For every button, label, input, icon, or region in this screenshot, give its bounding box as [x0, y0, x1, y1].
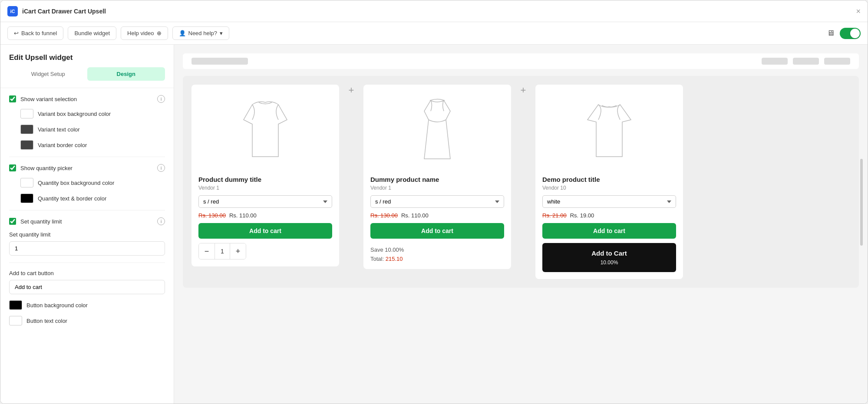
need-help-button[interactable]: 👤 Need help? ▾: [172, 26, 230, 40]
sidebar-tabs: Widget Setup Design: [0, 67, 174, 88]
variant-text-color-swatch[interactable]: [20, 125, 33, 134]
product-2-price-current: Rs. 110.00: [401, 212, 429, 219]
product-2-save-label: Save 10.00%: [370, 246, 504, 253]
toolbar: ↩ Back to funnel Bundle widget Help vide…: [0, 22, 868, 45]
product-1-quantity-controls: − 1 +: [198, 243, 246, 259]
show-quantity-row: Show quantity picker i: [9, 164, 165, 172]
show-variant-checkbox[interactable]: [9, 95, 16, 102]
product-2-savings: Save 10.00% Total: 215.10: [370, 246, 504, 262]
product-2-vendor: Vendor 1: [370, 185, 504, 191]
product-2-title: Dummy product name: [370, 176, 504, 183]
plus-sign-1: +: [343, 85, 360, 96]
help-video-button[interactable]: Help video ⊕: [121, 26, 168, 40]
add-to-cart-group: Add to cart button: [9, 270, 165, 294]
product-1-qty-plus[interactable]: +: [230, 243, 246, 259]
product-1-price-row: Rs. 130.00 Rs. 110.00: [198, 212, 332, 219]
back-arrow-icon: ↩: [14, 30, 19, 36]
app-icon: iC: [7, 6, 18, 16]
products-area: Product dummy title Vendor 1 s / red Rs.…: [183, 76, 859, 288]
show-variant-label: Show variant selection: [20, 96, 153, 102]
add-to-cart-text-input[interactable]: [9, 280, 165, 294]
btn-bg-color-label: Button background color: [26, 302, 165, 309]
window-title: iCart Cart Drawer Cart Upsell: [22, 8, 106, 15]
quantity-limit-input[interactable]: [9, 241, 165, 256]
product-3-price-row: Rs. 21.00 Rs. 19.00: [542, 212, 676, 219]
enable-toggle[interactable]: [840, 28, 861, 39]
product-card-3: Demo product title Vendor 10 white Rs. 2…: [535, 85, 683, 279]
set-quantity-limit-row: Set quantity limit i: [9, 217, 165, 225]
product-1-vendor: Vendor 1: [198, 185, 332, 191]
product-3-variant-select[interactable]: white: [542, 195, 676, 208]
bundle-widget-button[interactable]: Bundle widget: [68, 26, 116, 40]
show-variant-info-icon[interactable]: i: [157, 95, 165, 103]
set-quantity-info-icon[interactable]: i: [157, 217, 165, 225]
close-button[interactable]: ×: [856, 7, 861, 15]
set-quantity-limit-label: Set quantity limit: [20, 218, 153, 225]
help-circle-icon: ⊕: [157, 30, 162, 36]
show-quantity-checkbox[interactable]: [9, 164, 16, 171]
product-2-price-row: Rs. 130.00 Rs. 110.00: [370, 212, 504, 219]
preview-panel: Product dummy title Vendor 1 s / red Rs.…: [174, 45, 868, 404]
sidebar-heading: Edit Upsell widget: [0, 45, 174, 67]
toggle-knob: [850, 29, 860, 38]
variant-bg-color-swatch[interactable]: [20, 109, 33, 118]
product-3-title: Demo product title: [542, 176, 676, 183]
quantity-limit-group: Set quantity limit: [9, 231, 165, 256]
qty-bg-color-row: Quantity box background color: [9, 178, 165, 187]
product-1-qty-minus[interactable]: −: [199, 243, 215, 259]
sidebar: Edit Upsell widget Widget Setup Design S…: [0, 45, 174, 404]
back-to-funnel-button[interactable]: ↩ Back to funnel: [7, 26, 63, 40]
qty-bg-color-swatch[interactable]: [20, 178, 33, 187]
preview-url-placeholder: [191, 58, 248, 65]
show-quantity-info-icon[interactable]: i: [157, 164, 165, 172]
product-card-1: Product dummy title Vendor 1 s / red Rs.…: [191, 85, 339, 266]
qty-text-color-swatch[interactable]: [20, 194, 33, 203]
product-2-add-to-cart[interactable]: Add to cart: [370, 223, 504, 239]
variant-bg-color-row: Variant box background color: [9, 109, 165, 118]
add-to-cart-button-label: Add to cart button: [9, 270, 165, 276]
title-bar-left: iC iCart Cart Drawer Cart Upsell: [7, 6, 106, 16]
scrollbar-thumb: [860, 159, 863, 246]
show-quantity-label: Show quantity picker: [20, 165, 153, 171]
btn-text-color-swatch[interactable]: [9, 316, 22, 325]
product-1-qty-display: 1: [215, 243, 230, 259]
product-2-total-amount: 215.10: [386, 256, 403, 262]
product-1-price-current: Rs. 110.00: [229, 212, 257, 219]
product-image-3: [542, 92, 676, 170]
title-bar: iC iCart Cart Drawer Cart Upsell ×: [0, 0, 868, 22]
show-variant-row: Show variant selection i: [9, 95, 165, 103]
toolbar-right: 🖥: [827, 28, 861, 39]
monitor-icon[interactable]: 🖥: [827, 29, 835, 38]
preview-pill-1: [762, 58, 788, 65]
variant-border-color-row: Variant border color: [9, 140, 165, 150]
product-3-add-to-cart-dark[interactable]: Add to Cart 10.00%: [542, 243, 676, 272]
tab-widget-setup[interactable]: Widget Setup: [9, 67, 87, 81]
product-2-total: Total: 215.10: [370, 256, 504, 262]
set-quantity-limit-checkbox[interactable]: [9, 218, 16, 225]
product-image-1: [198, 92, 332, 170]
preview-pill-2: [793, 58, 819, 65]
product-3-vendor: Vendor 10: [542, 185, 676, 191]
variant-bg-color-label: Variant box background color: [38, 111, 165, 117]
product-1-title: Product dummy title: [198, 176, 332, 183]
quantity-limit-field-label: Set quantity limit: [9, 231, 165, 238]
product-1-price-original: Rs. 130.00: [198, 212, 226, 219]
product-card-2: Dummy product name Vendor 1 s / red Rs. …: [363, 85, 511, 269]
variant-text-color-label: Variant text color: [38, 126, 165, 133]
product-1-add-to-cart[interactable]: Add to cart: [198, 223, 332, 239]
tab-design[interactable]: Design: [87, 67, 165, 81]
plus-sign-2: +: [515, 85, 532, 96]
variant-border-color-label: Variant border color: [38, 142, 165, 148]
person-icon: 👤: [179, 30, 186, 36]
product-3-add-to-cart[interactable]: Add to cart: [542, 223, 676, 239]
chevron-down-icon: ▾: [220, 30, 223, 36]
product-2-variant-select[interactable]: s / red: [370, 195, 504, 208]
btn-bg-color-swatch[interactable]: [9, 300, 22, 310]
qty-bg-color-label: Quantity box background color: [38, 180, 165, 186]
sidebar-content: Show variant selection i Variant box bac…: [0, 88, 174, 332]
variant-border-color-swatch[interactable]: [20, 140, 33, 150]
product-3-price-original: Rs. 21.00: [542, 212, 567, 219]
btn-text-color-label: Button text color: [26, 318, 165, 324]
product-3-price-current: Rs. 19.00: [570, 212, 594, 219]
product-1-variant-select[interactable]: s / red: [198, 195, 332, 208]
